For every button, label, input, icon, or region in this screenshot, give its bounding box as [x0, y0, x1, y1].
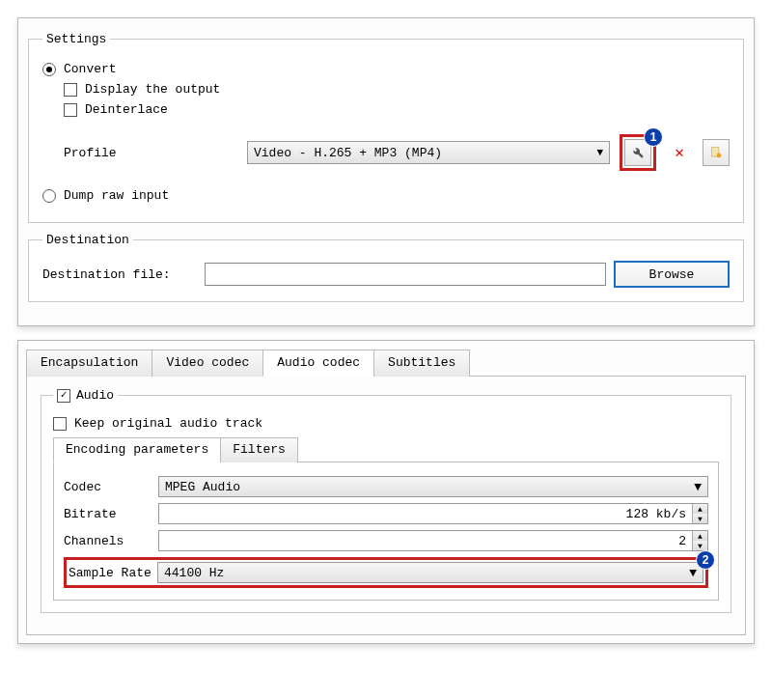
- sample-rate-dropdown[interactable]: 44100 Hz ▼: [157, 562, 703, 583]
- bitrate-label: Bitrate: [64, 507, 152, 521]
- codec-row: Codec MPEG Audio ▼: [64, 476, 708, 497]
- codec-value: MPEG Audio: [165, 480, 240, 494]
- sub-tab-filters[interactable]: Filters: [220, 437, 298, 462]
- keep-original-row[interactable]: Keep original audio track: [53, 416, 719, 431]
- deinterlace-checkbox[interactable]: [64, 103, 77, 117]
- channels-label: Channels: [64, 534, 152, 548]
- chevron-down-icon: ▼: [694, 480, 702, 494]
- chevron-down-icon: ▼: [596, 147, 603, 158]
- deinterlace-label: Deinterlace: [85, 102, 168, 117]
- tab-encapsulation[interactable]: Encapsulation: [26, 350, 152, 377]
- tab-audio-codec[interactable]: Audio codec: [262, 350, 374, 377]
- sample-rate-highlight: Sample Rate 44100 Hz ▼ 2: [64, 557, 708, 588]
- bitrate-spinner[interactable]: 128 kb/s ▲▼: [158, 503, 708, 524]
- destination-file-input[interactable]: [205, 263, 606, 286]
- profile-value: Video - H.265 + MP3 (MP4): [254, 146, 442, 160]
- annotation-badge-1: 1: [644, 127, 663, 147]
- wrench-icon: [631, 146, 645, 159]
- audio-label: Audio: [76, 388, 114, 403]
- spin-up-icon[interactable]: ▲: [693, 531, 707, 541]
- spin-up-icon[interactable]: ▲: [693, 504, 707, 514]
- destination-fieldset: Destination Destination file: Browse: [28, 233, 744, 302]
- codec-panel: Encapsulation Video codec Audio codec Su…: [17, 340, 755, 644]
- display-output-label: Display the output: [85, 82, 220, 97]
- browse-button[interactable]: Browse: [614, 261, 730, 288]
- sample-rate-value: 44100 Hz: [164, 566, 224, 580]
- destination-file-row: Destination file: Browse: [42, 257, 730, 288]
- convert-panel: Settings Convert Display the output Dein…: [17, 17, 755, 326]
- edit-profile-highlight: 1: [620, 134, 656, 171]
- convert-radio-row[interactable]: Convert: [42, 62, 730, 76]
- channels-spinner[interactable]: 2 ▲▼: [158, 530, 708, 551]
- deinterlace-row[interactable]: Deinterlace: [64, 102, 730, 117]
- annotation-badge-2: 2: [696, 550, 715, 570]
- codec-label: Codec: [64, 480, 152, 494]
- channels-row: Channels 2 ▲▼: [64, 530, 708, 551]
- tab-video-codec[interactable]: Video codec: [152, 350, 263, 377]
- dump-raw-radio-row[interactable]: Dump raw input: [42, 188, 730, 203]
- codec-dropdown[interactable]: MPEG Audio ▼: [158, 476, 708, 497]
- channels-value: 2: [159, 534, 692, 548]
- dump-raw-label: Dump raw input: [64, 188, 169, 203]
- new-document-icon: [709, 146, 723, 159]
- keep-original-checkbox[interactable]: [53, 417, 67, 431]
- svg-point-1: [717, 154, 722, 158]
- browse-label: Browse: [649, 267, 695, 282]
- audio-fieldset: ✓ Audio Keep original audio track Encodi…: [41, 388, 731, 613]
- dump-raw-radio[interactable]: [42, 189, 56, 203]
- convert-label: Convert: [64, 62, 117, 76]
- destination-file-label: Destination file:: [42, 267, 197, 282]
- audio-sub-tabs: Encoding parameters Filters: [53, 436, 719, 462]
- sample-rate-row: Sample Rate 44100 Hz ▼: [69, 562, 703, 583]
- channels-spin-buttons[interactable]: ▲▼: [692, 531, 707, 550]
- close-icon: ✕: [675, 143, 684, 162]
- bitrate-spin-buttons[interactable]: ▲▼: [692, 504, 707, 523]
- settings-fieldset: Settings Convert Display the output Dein…: [28, 32, 744, 223]
- destination-legend: Destination: [42, 233, 133, 247]
- audio-codec-tabpanel: ✓ Audio Keep original audio track Encodi…: [26, 377, 746, 635]
- profile-dropdown[interactable]: Video - H.265 + MP3 (MP4) ▼: [247, 141, 610, 164]
- delete-profile-button[interactable]: ✕: [666, 139, 693, 166]
- display-output-checkbox[interactable]: [64, 83, 77, 97]
- profile-label: Profile: [64, 146, 237, 160]
- chevron-down-icon: ▼: [689, 566, 697, 580]
- profile-row: Profile Video - H.265 + MP3 (MP4) ▼ 1 ✕: [64, 134, 730, 171]
- new-profile-button[interactable]: [703, 139, 730, 166]
- display-output-row[interactable]: Display the output: [64, 82, 730, 97]
- audio-checkbox[interactable]: ✓: [57, 389, 70, 403]
- keep-original-label: Keep original audio track: [74, 416, 262, 431]
- bitrate-row: Bitrate 128 kb/s ▲▼: [64, 503, 708, 524]
- spin-down-icon[interactable]: ▼: [693, 514, 707, 523]
- spin-down-icon[interactable]: ▼: [693, 541, 707, 550]
- convert-radio[interactable]: [42, 63, 56, 76]
- sample-rate-label: Sample Rate: [69, 566, 152, 580]
- bitrate-value: 128 kb/s: [159, 507, 692, 521]
- tab-subtitles[interactable]: Subtitles: [373, 350, 470, 377]
- settings-legend: Settings: [42, 32, 110, 46]
- sub-tab-encoding[interactable]: Encoding parameters: [53, 437, 221, 462]
- encoding-parameters-panel: Codec MPEG Audio ▼ Bitrate 128 kb/s ▲▼ C…: [53, 462, 719, 601]
- codec-tabs: Encapsulation Video codec Audio codec Su…: [26, 349, 746, 377]
- audio-legend[interactable]: ✓ Audio: [53, 388, 118, 403]
